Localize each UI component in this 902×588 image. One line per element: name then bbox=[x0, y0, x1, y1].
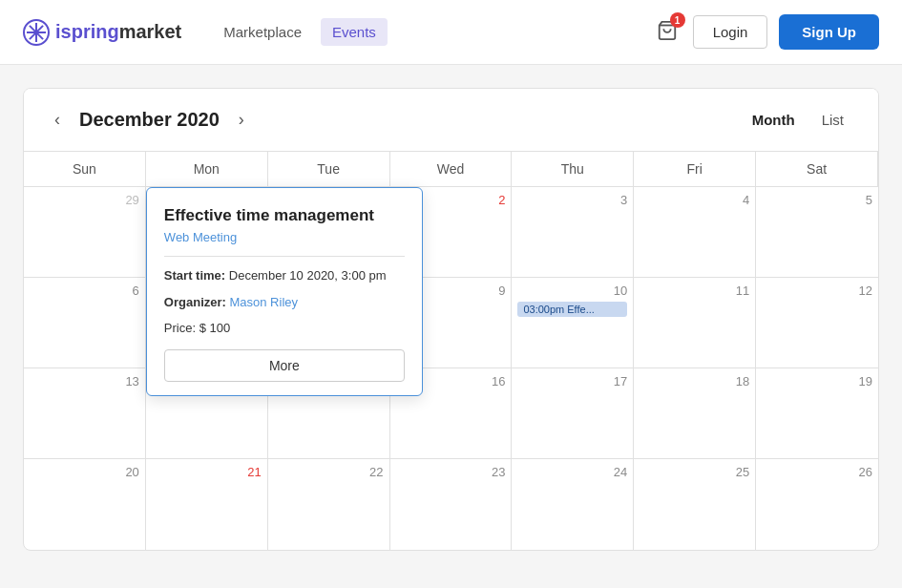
day-header-fri: Fri bbox=[634, 152, 756, 187]
day-header-mon: Mon bbox=[146, 152, 268, 187]
popup-price-label: Price: $ bbox=[164, 321, 206, 335]
nav-marketplace[interactable]: Marketplace bbox=[212, 18, 313, 46]
cell-dec22: 22 bbox=[268, 459, 390, 550]
cell-dec10: 10 03:00pm Effe... bbox=[512, 278, 634, 368]
cell-dec4: 4 bbox=[634, 187, 756, 278]
event-chip-dec10[interactable]: 03:00pm Effe... bbox=[517, 302, 627, 317]
cell-dec12: 12 bbox=[756, 278, 878, 368]
prev-month-button[interactable]: ‹ bbox=[47, 106, 68, 134]
cell-dec3: 3 bbox=[512, 187, 634, 278]
date-dec13: 13 bbox=[30, 374, 139, 388]
calendar-title: December 2020 bbox=[79, 109, 220, 131]
popup-organizer-label: Organizer: bbox=[164, 295, 226, 309]
calendar-wrapper: ‹ December 2020 › Month List Sun Mon Tue… bbox=[23, 88, 879, 551]
popup-start-time: Start time: December 10 2020, 3:00 pm bbox=[164, 266, 405, 285]
date-dec26: 26 bbox=[762, 465, 872, 479]
day-header-thu: Thu bbox=[512, 152, 634, 187]
cell-dec17: 17 bbox=[512, 368, 634, 459]
header-right: 1 Login Sign Up bbox=[653, 14, 879, 50]
date-dec21: 21 bbox=[152, 465, 262, 479]
date-dec20: 20 bbox=[30, 465, 139, 479]
event-popup: Effective time management Web Meeting St… bbox=[146, 187, 423, 396]
cell-dec26: 26 bbox=[756, 459, 878, 550]
date-dec5: 5 bbox=[762, 193, 872, 207]
date-dec17: 17 bbox=[517, 374, 627, 388]
date-dec22: 22 bbox=[274, 465, 384, 479]
popup-title: Effective time management bbox=[164, 205, 405, 226]
popup-divider bbox=[164, 256, 405, 257]
calendar-grid: Sun Mon Tue Wed Thu Fri Sat 29 30 Effect… bbox=[24, 152, 878, 550]
popup-price: Price: $ 100 bbox=[164, 319, 405, 338]
cell-dec6: 6 bbox=[24, 278, 146, 368]
main-content: ‹ December 2020 › Month List Sun Mon Tue… bbox=[0, 65, 902, 574]
date-dec3: 3 bbox=[517, 193, 627, 207]
day-header-tue: Tue bbox=[268, 152, 390, 187]
date-dec10: 10 bbox=[517, 284, 627, 298]
date-dec24: 24 bbox=[517, 465, 627, 479]
date-dec11: 11 bbox=[640, 284, 749, 298]
day-header-wed: Wed bbox=[390, 152, 513, 187]
date-dec4: 4 bbox=[640, 193, 749, 207]
cell-dec18: 18 bbox=[634, 368, 756, 459]
popup-start-value: December 10 2020, 3:00 pm bbox=[229, 268, 387, 283]
popup-organizer: Organizer: Mason Riley bbox=[164, 293, 405, 312]
logo-market-text: market bbox=[119, 21, 182, 42]
cell-dec11: 11 bbox=[634, 278, 756, 368]
day-header-sun: Sun bbox=[24, 152, 146, 187]
popup-organizer-value: Mason Riley bbox=[229, 295, 298, 309]
view-toggle: Month List bbox=[741, 108, 855, 132]
cell-dec20: 20 bbox=[24, 459, 146, 550]
cell-dec21: 21 bbox=[146, 459, 268, 550]
date-nov29: 29 bbox=[30, 193, 139, 207]
logo-icon bbox=[23, 19, 50, 46]
main-nav: Marketplace Events bbox=[212, 18, 388, 46]
cart-button[interactable]: 1 bbox=[653, 16, 682, 48]
popup-subtitle: Web Meeting bbox=[164, 230, 405, 244]
nav-events[interactable]: Events bbox=[321, 18, 388, 46]
popup-more-button[interactable]: More bbox=[164, 349, 405, 382]
header: ispringmarket Marketplace Events 1 Login… bbox=[0, 0, 902, 65]
cell-dec5: 5 bbox=[756, 187, 878, 278]
signup-button[interactable]: Sign Up bbox=[779, 14, 879, 50]
cart-badge: 1 bbox=[670, 12, 685, 28]
cell-dec13: 13 bbox=[24, 368, 146, 459]
cell-dec23: 23 bbox=[390, 459, 513, 550]
cell-dec25: 25 bbox=[634, 459, 756, 550]
popup-price-value: 100 bbox=[210, 321, 231, 335]
date-dec12: 12 bbox=[762, 284, 872, 298]
month-view-button[interactable]: Month bbox=[741, 108, 807, 132]
cell-dec24: 24 bbox=[512, 459, 634, 550]
date-dec23: 23 bbox=[396, 465, 506, 479]
date-dec19: 19 bbox=[762, 374, 872, 388]
login-button[interactable]: Login bbox=[693, 15, 768, 49]
date-dec18: 18 bbox=[640, 374, 749, 388]
next-month-button[interactable]: › bbox=[231, 106, 252, 134]
day-header-sat: Sat bbox=[756, 152, 878, 187]
calendar-header: ‹ December 2020 › Month List bbox=[24, 89, 878, 152]
cell-dec19: 19 bbox=[756, 368, 878, 459]
logo-ispring-text: ispring bbox=[55, 21, 119, 42]
date-dec25: 25 bbox=[640, 465, 749, 479]
list-view-button[interactable]: List bbox=[810, 108, 855, 132]
date-dec6: 6 bbox=[30, 284, 139, 298]
cell-nov30: 30 Effective time management Web Meeting… bbox=[146, 187, 268, 278]
popup-start-label: Start time: bbox=[164, 268, 225, 283]
cell-nov29: 29 bbox=[24, 187, 146, 278]
logo[interactable]: ispringmarket bbox=[23, 19, 181, 46]
